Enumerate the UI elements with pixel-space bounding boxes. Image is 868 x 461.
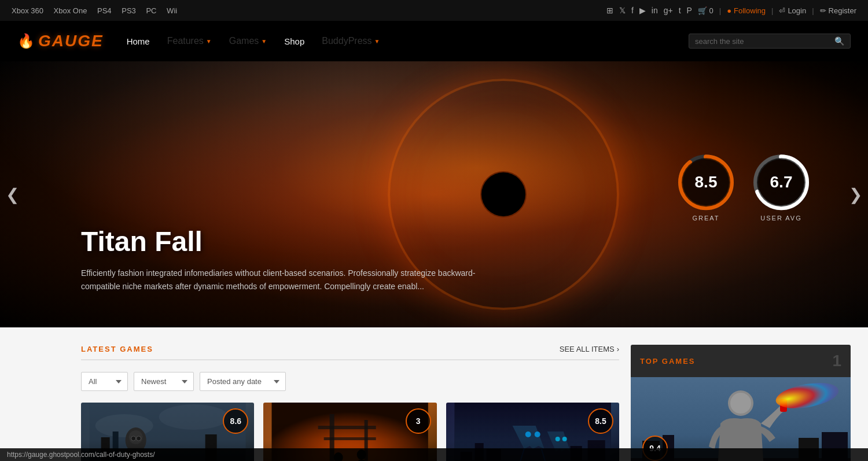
nav-home[interactable]: Home: [127, 36, 150, 46]
platform-links: Xbox 360 Xbox One PS4 PS3 PC Wii: [12, 6, 185, 15]
header-left: 🔥 GAUGE Home Features ▼ Games ▼ Shop Bud…: [17, 32, 380, 50]
top-games-title: TOP GAMES: [640, 357, 696, 366]
pinterest-icon[interactable]: P: [687, 6, 692, 15]
critic-score-circle: 8.5 GREAT: [677, 153, 735, 222]
latest-games-header: LATEST GAMES SEE ALL ITEMS ›: [81, 345, 619, 360]
buddypress-dropdown-arrow: ▼: [374, 38, 380, 45]
critic-score-inner: 8.5: [682, 158, 730, 206]
register-icon: ✏: [820, 6, 826, 15]
games-dropdown-arrow: ▼: [261, 38, 267, 45]
top-games-panel: TOP GAMES 1: [631, 345, 851, 461]
date-filter[interactable]: Posted any date Posted this week Posted …: [200, 372, 286, 391]
following-icon: ●: [727, 6, 731, 15]
category-filter[interactable]: All Action RPG FPS: [81, 372, 128, 391]
see-all-arrow-icon: ›: [617, 345, 619, 353]
rss-icon[interactable]: ⊞: [606, 6, 613, 15]
card-score-ds2: 3: [406, 408, 431, 434]
platform-xboxone[interactable]: Xbox One: [54, 6, 87, 15]
main-nav: Home Features ▼ Games ▼ Shop BuddyPress …: [127, 36, 380, 46]
status-bar: https://gauge.ghostpool.com/call-of-duty…: [0, 448, 868, 461]
platform-ps4[interactable]: PS4: [97, 6, 112, 15]
top-bar-right: ⊞ 𝕏 f ▶ in g+ t P 🛒 0 | ● Following | ⏎ …: [606, 6, 856, 15]
platform-xbox360[interactable]: Xbox 360: [12, 6, 43, 15]
user-score-inner: 6.7: [757, 158, 806, 206]
top-games-header: TOP GAMES 1: [631, 345, 851, 377]
svg-point-57: [730, 393, 751, 414]
user-score-circle: 6.7 USER AVG: [752, 153, 810, 222]
login-button[interactable]: ⏎ Login: [779, 6, 806, 15]
tumblr-icon[interactable]: t: [679, 6, 681, 15]
critic-score-value: 8.5: [695, 173, 718, 191]
latest-games-title: LATEST GAMES: [81, 345, 153, 353]
features-dropdown-arrow: ▼: [206, 38, 212, 45]
slider-next-button[interactable]: ❯: [849, 185, 862, 204]
filter-row: All Action RPG FPS Newest Oldest Top Rat…: [81, 372, 619, 391]
hero-slider: ❮ ❯ Titan Fall Efficiently fashion integ…: [0, 61, 868, 327]
content-right: TOP GAMES 1: [631, 345, 851, 461]
nav-features[interactable]: Features ▼: [167, 36, 212, 46]
hero-circle-inner: [480, 171, 527, 217]
top-games-rank: 1: [832, 352, 841, 370]
search-input[interactable]: [695, 37, 834, 46]
hero-content: Titan Fall Efficiently fashion integrate…: [81, 226, 637, 293]
facebook-icon[interactable]: f: [631, 6, 634, 15]
content-left: LATEST GAMES SEE ALL ITEMS › All Action …: [81, 345, 619, 461]
nav-games[interactable]: Games ▼: [229, 36, 267, 46]
hero-scores: 8.5 GREAT 6.7 USER AVG: [677, 153, 810, 222]
top-bar: Xbox 360 Xbox One PS4 PS3 PC Wii ⊞ 𝕏 f ▶…: [0, 0, 868, 21]
card-score-cod: 8.6: [223, 408, 248, 434]
see-all-link[interactable]: SEE ALL ITEMS ›: [560, 345, 619, 353]
platform-wii[interactable]: Wii: [167, 6, 177, 15]
status-url: https://gauge.ghostpool.com/call-of-duty…: [7, 451, 155, 459]
header: 🔥 GAUGE Home Features ▼ Games ▼ Shop Bud…: [0, 21, 868, 61]
separator: |: [719, 6, 721, 15]
user-score-value: 6.7: [770, 173, 793, 191]
search-box: 🔍: [689, 34, 851, 49]
separator2: |: [771, 6, 773, 15]
hero-title: Titan Fall: [81, 226, 637, 257]
hero-description: Efficiently fashion integrated infomedia…: [81, 267, 486, 293]
nav-shop[interactable]: Shop: [284, 36, 304, 46]
logo-flame-icon: 🔥: [17, 33, 35, 49]
youtube-icon[interactable]: ▶: [639, 6, 646, 15]
sort-filter[interactable]: Newest Oldest Top Rated: [134, 372, 194, 391]
logo-text: GAUGE: [38, 32, 104, 50]
search-button[interactable]: 🔍: [834, 36, 844, 46]
twitter-icon[interactable]: 𝕏: [619, 6, 626, 15]
register-button[interactable]: ✏ Register: [820, 6, 856, 15]
user-score-label: USER AVG: [760, 215, 801, 222]
cart-icon[interactable]: 🛒 0: [698, 6, 713, 15]
login-icon: ⏎: [779, 6, 785, 15]
platform-ps3[interactable]: PS3: [122, 6, 136, 15]
critic-score-ring: 8.5: [677, 153, 735, 211]
critic-score-label: GREAT: [692, 215, 719, 222]
main-content: LATEST GAMES SEE ALL ITEMS › All Action …: [0, 327, 868, 461]
platform-pc[interactable]: PC: [146, 6, 156, 15]
linkedin-icon[interactable]: in: [652, 6, 658, 15]
slider-prev-button[interactable]: ❮: [6, 185, 19, 204]
user-score-ring: 6.7: [752, 153, 810, 211]
nav-buddypress[interactable]: BuddyPress ▼: [322, 36, 380, 46]
following-button[interactable]: ● Following: [727, 6, 766, 15]
googleplus-icon[interactable]: g+: [664, 6, 673, 15]
card-score-tf: 8.5: [588, 408, 613, 434]
separator3: |: [812, 6, 814, 15]
logo[interactable]: 🔥 GAUGE: [17, 32, 104, 50]
